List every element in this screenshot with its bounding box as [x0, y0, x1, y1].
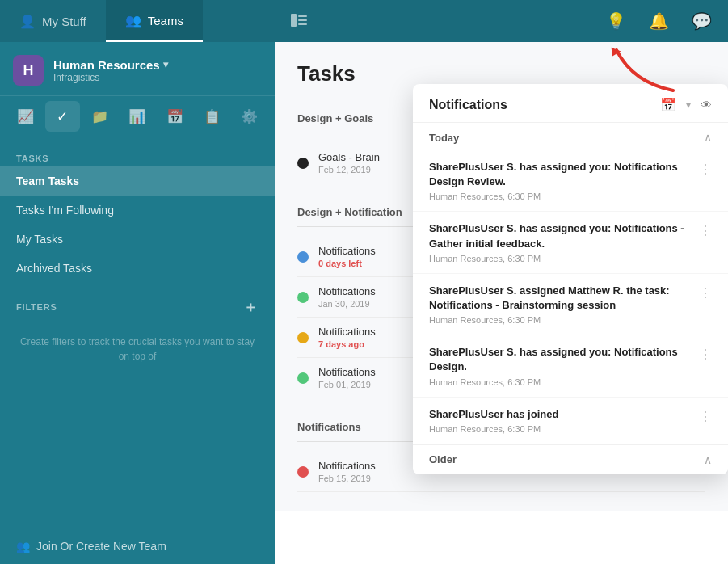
notification-panel: Notifications 📅 ▾ 👁 Today ∧ SharePlusUse…	[413, 84, 728, 474]
sidebar-icon-chart[interactable]: 📊	[120, 101, 154, 132]
filters-empty-text: Create filters to track the crucial task…	[0, 325, 275, 380]
notif-text: SharePlusUser has joined	[429, 407, 692, 422]
top-nav: 👤 My Stuff 👥 Teams 💡 🔔 💬	[0, 0, 728, 42]
notif-meta: Human Resources, 6:30 PM	[429, 192, 692, 201]
sidebar-toggle[interactable]	[275, 12, 323, 31]
sidebar-icon-calendar[interactable]: 📅	[158, 101, 191, 132]
svg-rect-2	[298, 19, 307, 21]
notif-text: SharePlusUser S. has assigned you: Notif…	[429, 221, 692, 250]
task-name: Notifications	[318, 245, 415, 257]
nav-actions: 💡 🔔 💬	[323, 8, 728, 34]
notif-text: SharePlusUser S. has assigned you: Notif…	[429, 160, 692, 189]
notif-meta: Human Resources, 6:30 PM	[429, 424, 692, 434]
task-name: Notifications	[318, 366, 415, 378]
notif-older-section: Older ∧	[413, 444, 728, 474]
notif-header: Notifications 📅 ▾ 👁	[413, 84, 728, 123]
notif-item-5[interactable]: SharePlusUser has joined Human Resources…	[413, 398, 728, 444]
notif-item-3[interactable]: SharePlusUser S. assigned Matthew R. the…	[413, 274, 728, 335]
notif-older-label: Older	[429, 453, 457, 465]
notif-content: SharePlusUser S. has assigned you: Notif…	[429, 221, 692, 263]
notif-meta: Human Resources, 6:30 PM	[429, 315, 692, 325]
team-avatar: H	[13, 55, 44, 86]
join-team-button[interactable]: 👥 Join Or Create New Team	[0, 528, 275, 564]
notif-content: SharePlusUser S. has assigned you: Notif…	[429, 160, 692, 201]
content-wrapper: Tasks Design + Goals Goals - Brain Feb 1…	[275, 42, 728, 564]
sidebar-icon-activity[interactable]: 📈	[8, 101, 42, 132]
sidebar: H Human Resources ▾ Infragistics 📈 ✓ 📁 📊…	[0, 42, 275, 564]
sidebar-item-team-tasks[interactable]: Team Tasks	[0, 166, 275, 196]
notif-today-label: Today	[429, 132, 459, 144]
chevron-icon[interactable]: ▾	[686, 99, 691, 111]
nav-tabs: 👤 My Stuff 👥 Teams	[0, 0, 275, 42]
task-dot-black	[297, 158, 309, 169]
filters-header[interactable]: FILTERS ＋	[0, 289, 275, 325]
task-date: Feb 15, 2019	[318, 474, 705, 483]
sidebar-icon-folder[interactable]: 📁	[83, 101, 117, 132]
task-dot-red	[297, 466, 309, 478]
page-title: Tasks	[297, 61, 705, 86]
notif-text: SharePlusUser S. assigned Matthew R. the…	[429, 284, 692, 313]
notif-item-4[interactable]: SharePlusUser S. has assigned you: Notif…	[413, 335, 728, 397]
team-header: H Human Resources ▾ Infragistics	[0, 42, 275, 96]
bulb-button[interactable]: 💡	[603, 8, 629, 34]
my-stuff-label: My Stuff	[42, 15, 86, 28]
task-dot-yellow	[297, 332, 309, 343]
team-subtitle: Infragistics	[53, 72, 262, 83]
svg-rect-0	[291, 14, 297, 27]
task-name: Goals - Brain	[318, 151, 415, 163]
notif-more-button[interactable]: ⋮	[692, 407, 712, 424]
notif-content: SharePlusUser has joined Human Resources…	[429, 407, 692, 434]
notif-item-1[interactable]: SharePlusUser S. has assigned you: Notif…	[413, 150, 728, 212]
notif-text: SharePlusUser S. has assigned you: Notif…	[429, 345, 692, 374]
task-name: Notifications	[318, 460, 415, 472]
notif-header-icons: 📅 ▾ 👁	[660, 97, 712, 112]
notif-more-button[interactable]: ⋮	[692, 160, 712, 177]
chevron-down-icon: ▾	[163, 59, 168, 70]
my-stuff-tab[interactable]: 👤 My Stuff	[0, 0, 106, 42]
notif-title: Notifications	[429, 98, 507, 112]
svg-rect-3	[298, 23, 307, 25]
notif-item-2[interactable]: SharePlusUser S. has assigned you: Notif…	[413, 212, 728, 273]
chat-button[interactable]: 💬	[688, 8, 715, 34]
task-dot-green2	[297, 372, 309, 384]
task-name: Notifications	[318, 326, 415, 338]
sidebar-item-archived-tasks[interactable]: Archived Tasks	[0, 254, 275, 283]
sidebar-item-my-tasks[interactable]: My Tasks	[0, 225, 275, 254]
team-name[interactable]: Human Resources ▾	[53, 58, 262, 72]
teams-tab[interactable]: 👥 Teams	[106, 0, 203, 42]
sidebar-nav: TASKS Team Tasks Tasks I'm Following My …	[0, 137, 275, 528]
task-name: Notifications	[318, 285, 415, 297]
notif-meta: Human Resources, 6:30 PM	[429, 254, 692, 263]
filters-section: FILTERS ＋ Create filters to track the cr…	[0, 283, 275, 386]
main-area: H Human Resources ▾ Infragistics 📈 ✓ 📁 📊…	[0, 42, 728, 564]
notif-content: SharePlusUser S. assigned Matthew R. the…	[429, 284, 692, 325]
notif-more-button[interactable]: ⋮	[692, 284, 712, 301]
task-dot-green	[297, 292, 309, 303]
person-icon: 👤	[19, 14, 36, 29]
filters-add-button[interactable]: ＋	[243, 297, 259, 317]
tasks-section-label: TASKS	[0, 144, 275, 166]
calendar-icon[interactable]: 📅	[660, 97, 676, 112]
notif-content: SharePlusUser S. has assigned you: Notif…	[429, 345, 692, 386]
join-team-icon: 👥	[16, 540, 30, 553]
svg-rect-1	[298, 15, 307, 17]
sidebar-icon-settings[interactable]: ⚙️	[233, 101, 267, 132]
notif-more-button[interactable]: ⋮	[692, 345, 712, 362]
eye-icon[interactable]: 👁	[701, 99, 712, 112]
team-info: Human Resources ▾ Infragistics	[53, 58, 262, 83]
sidebar-icon-report[interactable]: 📋	[195, 101, 229, 132]
bell-button[interactable]: 🔔	[646, 8, 672, 34]
sidebar-icon-tasks[interactable]: ✓	[45, 101, 79, 132]
notif-more-button[interactable]: ⋮	[692, 221, 712, 238]
task-dot-blue	[297, 251, 309, 263]
notif-meta: Human Resources, 6:30 PM	[429, 377, 692, 387]
collapse-today-button[interactable]: ∧	[704, 131, 712, 144]
collapse-older-button[interactable]: ∧	[704, 453, 712, 466]
sidebar-item-tasks-following[interactable]: Tasks I'm Following	[0, 196, 275, 225]
notif-today-section: Today ∧	[413, 123, 728, 150]
teams-icon: 👥	[125, 13, 141, 28]
teams-label: Teams	[148, 14, 183, 27]
